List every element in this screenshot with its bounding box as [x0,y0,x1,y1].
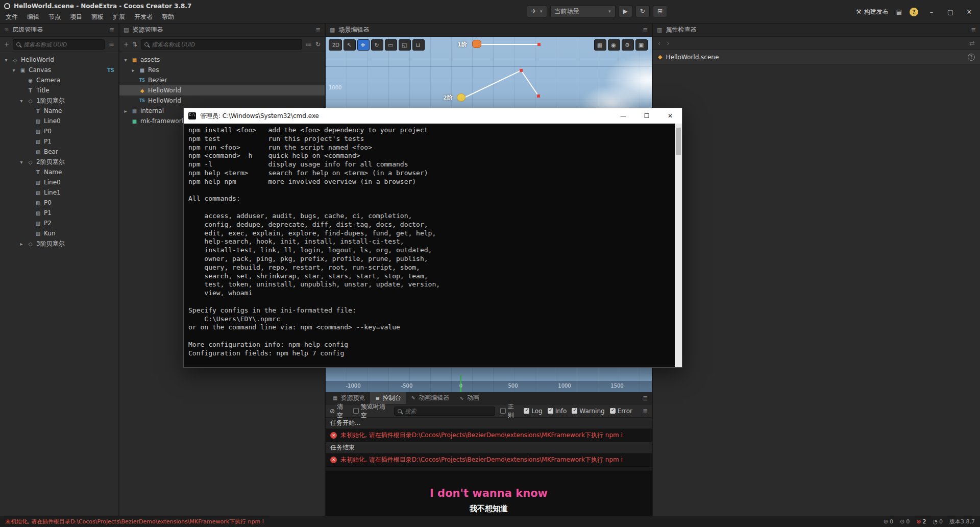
preview-scene-select[interactable]: 当前场景▾ [550,5,616,17]
panel-menu-icon[interactable]: ≣ [971,27,976,34]
clear-console-button[interactable]: ⊘ 清空 [330,402,348,420]
sort-icon[interactable]: ⇅ [132,41,137,48]
hierarchy-node[interactable]: T Title [0,85,118,95]
asset-node[interactable]: ◆ HelloWorld [119,85,325,95]
status-counter[interactable]: ◔ 0 [933,518,943,525]
hierarchy-node[interactable]: ▧ P2 [0,218,118,228]
asset-node[interactable]: ▸ ■ Res [119,65,325,75]
reload-button[interactable]: ↻ [635,5,650,17]
hierarchy-node[interactable]: T Name [0,167,118,177]
assets-search-input[interactable] [152,41,299,47]
expand-arrow-icon[interactable]: ▾ [122,57,129,63]
panel-menu-icon[interactable]: ≣ [109,27,114,34]
add-node-button[interactable]: + [4,41,9,48]
hierarchy-node[interactable]: ▾ ◇ 1阶贝塞尔 [0,95,118,106]
scene-view-option-button[interactable]: ▣ [635,39,648,51]
minimize-button[interactable]: – [926,8,937,16]
help-button[interactable]: ? [910,8,918,16]
panel-menu-icon[interactable]: ≣ [643,27,648,34]
menu-item[interactable]: 帮助 [157,13,179,21]
hierarchy-node[interactable]: ▧ Bear [0,147,118,157]
clear-on-preview-checkbox[interactable]: 预览时清空 [353,402,389,420]
hierarchy-node[interactable]: ▧ Line0 [0,116,118,126]
preview-device-select[interactable]: ✈▾ [527,5,547,17]
maximize-button[interactable]: ▢ [945,8,956,16]
status-counter[interactable]: ⊘ 0 [884,518,893,525]
hierarchy-node[interactable]: ▸ ◇ 3阶贝塞尔 [0,238,118,249]
cmd-scrollbar-thumb[interactable] [676,128,681,155]
cmd-maximize-button[interactable]: ☐ [635,108,658,124]
status-counter[interactable]: ⊙ 0 [900,518,910,525]
console-log-row[interactable]: ✕ 未初始化, 请在插件根目录D:\Cocos\Projects\BezierD… [326,429,652,442]
hierarchy-search-input[interactable] [23,41,101,47]
log-filter-checkbox[interactable]: Warning [572,408,604,415]
menu-item[interactable]: 文件 [1,13,22,21]
cmd-scrollbar[interactable] [675,124,682,367]
scene-tool-button[interactable]: ◱ [399,39,411,51]
asset-node[interactable]: ▾ ■ assets [119,55,325,65]
console-log-row[interactable]: ✕ 任务开始... [326,418,652,429]
panel-menu-icon[interactable]: ≣ [315,27,321,34]
log-filter-checkbox[interactable]: Info [548,408,567,415]
cmd-titlebar[interactable]: C:\ 管理员: C:\Windows\System32\cmd.exe — ☐… [184,108,682,124]
expand-arrow-icon[interactable]: ▾ [3,57,9,63]
scene-tool-button[interactable]: 2D [329,39,342,51]
scene-view-option-button[interactable]: ▦ [594,39,606,51]
console-search-input[interactable] [405,408,492,414]
scene-view-option-button[interactable]: ⚙ [622,39,634,51]
refresh-icon[interactable]: ↻ [315,41,321,48]
hierarchy-node[interactable]: ▧ P1 [0,136,118,147]
menu-item[interactable]: 面板 [87,13,108,21]
panel-menu-icon[interactable]: ≣ [643,395,652,402]
scene-tool-button[interactable]: ↻ [371,39,383,51]
dock-icon[interactable]: ⇄ [969,39,975,47]
menu-item[interactable]: 开发者 [130,13,157,21]
add-asset-button[interactable]: + [124,41,129,48]
layout-button[interactable]: ⊞ [653,5,667,17]
cmd-window[interactable]: C:\ 管理员: C:\Windows\System32\cmd.exe — ☐… [183,108,682,368]
hierarchy-node[interactable]: ▧ Line0 [0,177,118,187]
play-button[interactable]: ▶ [619,5,632,17]
assets-search[interactable] [141,39,302,50]
list-options-icon[interactable]: ≔ [108,41,114,48]
regex-checkbox[interactable]: 正则 [500,402,519,420]
bottom-tab[interactable]: ✎ 动画编辑器 [406,392,454,404]
scene-tool-button[interactable]: ▭ [385,39,397,51]
hierarchy-node[interactable]: ▧ Line1 [0,187,118,198]
hierarchy-node[interactable]: ▧ P0 [0,198,118,208]
scene-tool-button[interactable]: ↖ [344,39,356,51]
hierarchy-node[interactable]: ▾ ◇ HelloWorld [0,55,118,65]
asset-node[interactable]: TS Bezier [119,75,325,85]
cmd-body[interactable]: npm install <foo> add the <foo> dependen… [184,124,682,367]
expand-arrow-icon[interactable]: ▸ [130,67,136,73]
scene-tool-button[interactable]: ⊔ [412,39,425,51]
hierarchy-node[interactable]: ▧ Kun [0,228,118,238]
kun-sprite[interactable] [457,93,465,102]
bottom-tab[interactable]: ∿ 动画 [454,392,484,404]
expand-arrow-icon[interactable]: ▾ [18,98,24,104]
build-publish-button[interactable]: ⚒ 构建发布 [856,8,889,16]
inspector-selected-asset[interactable]: ◆ HelloWorld.scene ? [653,50,980,64]
menu-item[interactable]: 项目 [65,13,87,21]
status-counter[interactable]: ⊗ 2 [916,518,926,525]
hierarchy-search[interactable] [13,39,105,50]
console-settings-icon[interactable]: ≣ [643,408,648,415]
expand-arrow-icon[interactable]: ▾ [11,67,17,73]
hierarchy-node[interactable]: ▾ ▣ Canvas TS [0,65,118,75]
asset-node[interactable]: TS HelloWorld [119,95,325,106]
scene-tool-button[interactable]: ✛ [357,39,370,51]
cmd-close-button[interactable]: ✕ [658,108,682,124]
menu-item[interactable]: 节点 [44,13,65,21]
menu-item[interactable]: 扩展 [108,13,130,21]
menu-item[interactable]: 编辑 [22,13,44,21]
back-arrow-icon[interactable]: ‹ [658,39,660,47]
log-filter-checkbox[interactable]: Log [524,408,542,415]
status-error-message[interactable]: 未初始化, 请在插件根目录D:\Cocos\Projects\BezierDem… [5,518,264,525]
expand-arrow-icon[interactable]: ▸ [18,241,24,247]
hierarchy-node[interactable]: ▧ P0 [0,126,118,136]
console-log-row[interactable]: ✕ 未初始化, 请在插件根目录D:\Cocos\Projects\BezierD… [326,453,652,467]
hierarchy-node[interactable]: T Name [0,106,118,116]
hierarchy-node[interactable]: ◉ Camera [0,75,118,85]
hierarchy-node[interactable]: ▾ ◇ 2阶贝塞尔 [0,157,118,167]
forward-arrow-icon[interactable]: › [667,39,669,47]
